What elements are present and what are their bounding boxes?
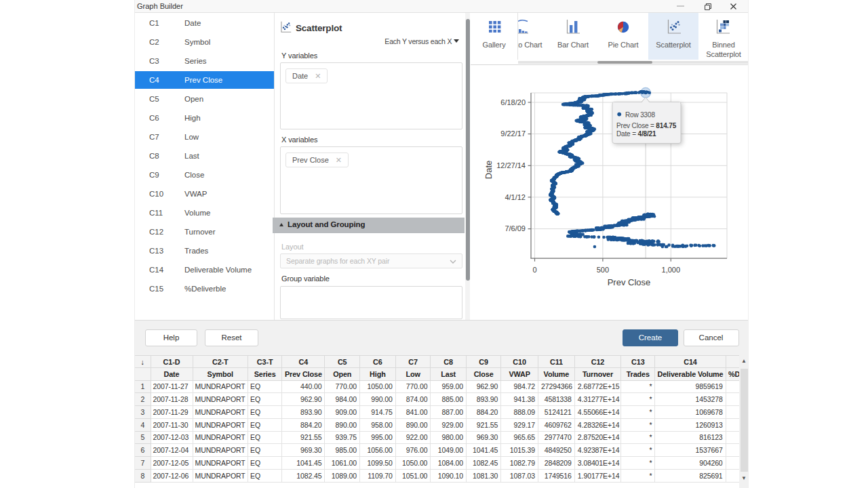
svg-text:Date = 4/8/21: Date = 4/8/21 [616, 130, 656, 138]
svg-text:Row 3308: Row 3308 [625, 111, 655, 119]
svg-text:9/22/17: 9/22/17 [500, 129, 526, 138]
svg-text:6/18/20: 6/18/20 [500, 98, 526, 106]
svg-text:0: 0 [532, 266, 536, 274]
svg-text:7/6/09: 7/6/09 [505, 224, 526, 232]
svg-text:Date: Date [484, 161, 494, 179]
svg-text:Prev Close = 814.75: Prev Close = 814.75 [616, 122, 677, 129]
svg-text:12/27/14: 12/27/14 [496, 161, 526, 169]
svg-text:500: 500 [597, 266, 609, 274]
svg-text:Prev Close: Prev Close [608, 277, 651, 287]
svg-text:4/1/12: 4/1/12 [505, 193, 526, 201]
svg-text:1,000: 1,000 [662, 266, 681, 274]
